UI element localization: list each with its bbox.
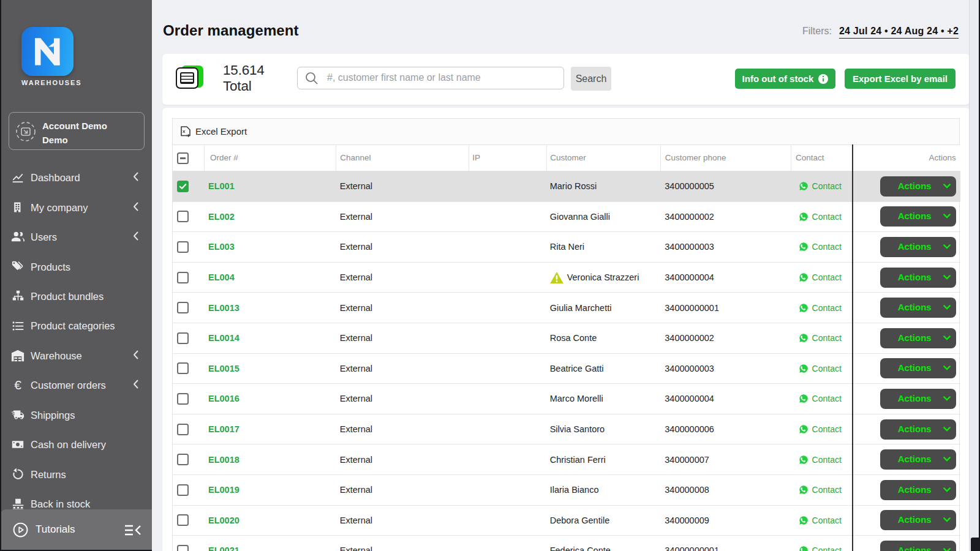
svg-text:x: x xyxy=(183,129,186,134)
